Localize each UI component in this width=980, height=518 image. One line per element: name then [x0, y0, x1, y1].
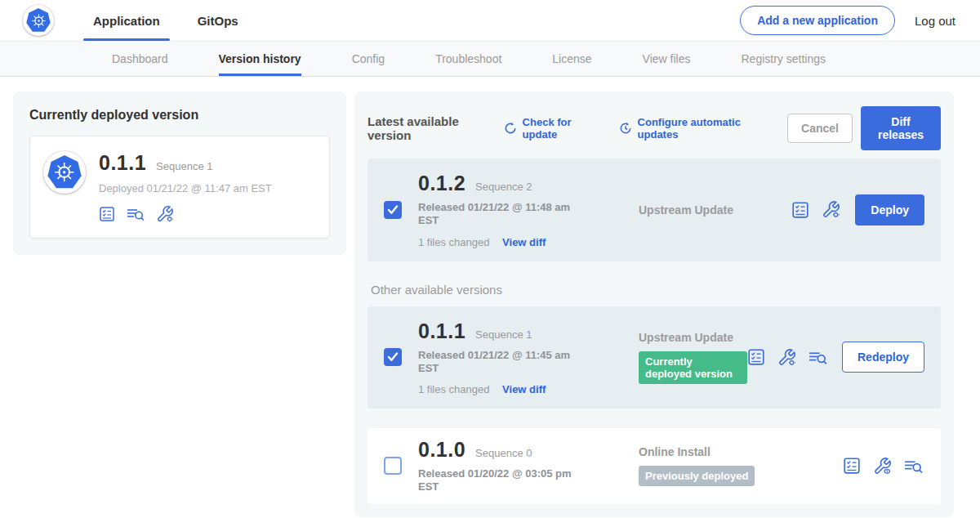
- released-timestamp: Released 01/21/22 @ 11:48 am EST: [418, 201, 578, 228]
- cancel-button[interactable]: Cancel: [787, 114, 853, 143]
- version-checkbox[interactable]: [384, 457, 402, 475]
- view-diff-link[interactable]: View diff: [502, 383, 546, 395]
- wrench-gear-icon[interactable]: [777, 348, 796, 367]
- version-row-0-1-0: 0.1.0 Sequence 0 Released 01/20/22 @ 03:…: [368, 428, 941, 504]
- version-source-label: Upstream Update: [639, 203, 791, 217]
- version-history-panel: Latest available version Check for updat…: [354, 92, 954, 517]
- logout-button[interactable]: Log out: [915, 14, 956, 28]
- kubernetes-icon: [47, 155, 82, 190]
- tab-gitops[interactable]: GitOps: [188, 0, 248, 41]
- version-number: 0.1.0: [418, 438, 466, 462]
- deployed-sequence-label: Sequence 1: [156, 160, 212, 172]
- currently-deployed-badge: Currently deployed version: [639, 351, 747, 384]
- top-bar: Application GitOps Add a new application…: [0, 0, 980, 41]
- logs-icon[interactable]: [127, 206, 145, 222]
- subnav-tab-version-history[interactable]: Version history: [219, 42, 301, 76]
- version-number: 0.1.2: [418, 172, 466, 195]
- subnav-tab-view-files[interactable]: View files: [643, 42, 691, 76]
- currently-deployed-panel: Currently deployed version: [13, 92, 346, 255]
- logs-icon[interactable]: [808, 349, 827, 366]
- configure-automatic-updates-link[interactable]: Configure automatic updates: [619, 116, 767, 141]
- clock-refresh-icon: [619, 122, 632, 135]
- sequence-label: Sequence 0: [475, 447, 532, 459]
- files-changed-label: 1 files changed: [418, 383, 489, 395]
- version-number: 0.1.1: [418, 319, 466, 343]
- version-row-0-1-2: 0.1.2 Sequence 2 Released 01/21/22 @ 11:…: [368, 159, 941, 261]
- deploy-button[interactable]: Deploy: [855, 194, 924, 226]
- app-subnav: Dashboard Version history Config Trouble…: [0, 41, 980, 77]
- redeploy-button[interactable]: Redeploy: [842, 342, 924, 373]
- wrench-gear-icon[interactable]: [156, 205, 174, 223]
- configure-automatic-updates-label: Configure automatic updates: [638, 116, 767, 141]
- version-row-0-1-1: 0.1.1 Sequence 1 Released 01/21/22 @ 11:…: [368, 306, 941, 409]
- version-source-label: Upstream Update: [639, 331, 747, 344]
- checklist-icon[interactable]: [843, 457, 861, 475]
- version-checkbox[interactable]: [384, 348, 402, 366]
- version-checkbox[interactable]: [384, 201, 402, 219]
- wrench-gear-icon[interactable]: [822, 200, 840, 219]
- tab-application[interactable]: Application: [83, 0, 170, 41]
- main-content: Currently deployed version: [0, 77, 980, 517]
- released-timestamp: Released 01/20/22 @ 03:05 pm EST: [418, 467, 578, 494]
- app-logo: [23, 5, 54, 36]
- previously-deployed-badge: Previously deployed: [639, 466, 755, 486]
- subnav-tab-troubleshoot[interactable]: Troubleshoot: [435, 42, 501, 76]
- subnav-tab-registry-settings[interactable]: Registry settings: [741, 42, 825, 76]
- other-available-versions-title: Other available versions: [371, 283, 938, 297]
- view-diff-link[interactable]: View diff: [502, 236, 546, 248]
- app-logo: [43, 151, 86, 194]
- diff-releases-button[interactable]: Diff releases: [861, 106, 941, 150]
- deployed-timestamp: Deployed 01/21/22 @ 11:47 am EST: [99, 182, 272, 194]
- released-timestamp: Released 01/21/22 @ 11:45 am EST: [418, 349, 578, 376]
- deployed-version-number: 0.1.1: [99, 151, 146, 175]
- subnav-tab-license[interactable]: License: [552, 42, 591, 76]
- checklist-icon[interactable]: [747, 348, 765, 366]
- files-changed-label: 1 files changed: [418, 236, 489, 248]
- checklist-icon[interactable]: [791, 201, 809, 219]
- subnav-tab-config[interactable]: Config: [352, 42, 385, 76]
- logs-icon[interactable]: [904, 458, 923, 475]
- version-source-label: Online Install: [639, 445, 843, 458]
- wrench-eye-icon[interactable]: [873, 457, 892, 476]
- check-for-update-link[interactable]: Check for update: [504, 116, 598, 141]
- checklist-icon[interactable]: [99, 206, 115, 222]
- subnav-tab-dashboard[interactable]: Dashboard: [112, 42, 168, 76]
- latest-available-version-title: Latest available version: [368, 114, 491, 142]
- latest-version-header: Latest available version Check for updat…: [368, 101, 941, 159]
- refresh-icon: [504, 122, 517, 135]
- sequence-label: Sequence 1: [475, 328, 532, 341]
- kubernetes-icon: [26, 8, 51, 33]
- sequence-label: Sequence 2: [475, 181, 532, 193]
- check-for-update-label: Check for update: [523, 116, 598, 141]
- deployed-version-card: 0.1.1 Sequence 1 Deployed 01/21/22 @ 11:…: [29, 136, 330, 239]
- currently-deployed-title: Currently deployed version: [29, 108, 330, 123]
- add-new-application-button[interactable]: Add a new application: [740, 6, 895, 35]
